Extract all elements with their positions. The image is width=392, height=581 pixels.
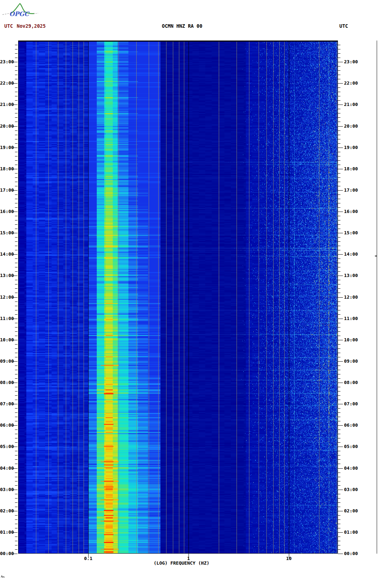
time-label: 17:00 xyxy=(344,188,358,192)
time-tick-right xyxy=(338,75,340,75)
time-tick-right xyxy=(338,280,340,280)
time-tick-left xyxy=(15,92,17,92)
time-tick-left xyxy=(15,494,17,494)
time-tick-left xyxy=(15,314,17,315)
time-tick-right xyxy=(338,545,340,545)
time-tick-right xyxy=(338,156,340,156)
time-label: 18:00 xyxy=(344,166,358,171)
time-label: 21:00 xyxy=(0,102,12,107)
time-label: 22:00 xyxy=(344,81,358,85)
time-label: 20:00 xyxy=(344,124,358,128)
time-tick-right xyxy=(338,485,340,486)
time-tick-left xyxy=(15,515,17,516)
time-tick-left xyxy=(15,528,17,528)
time-tick-right xyxy=(338,327,340,327)
right-rule-tick xyxy=(375,256,377,256)
time-tick-right xyxy=(338,524,340,524)
time-label: 09:00 xyxy=(0,359,12,363)
time-tick-right xyxy=(338,271,340,272)
time-tick-right xyxy=(338,528,340,528)
time-label: 05:00 xyxy=(344,444,358,449)
time-tick-right xyxy=(338,490,343,490)
header-station-title: OCMN HNZ RA 00 xyxy=(162,23,202,29)
time-tick-right xyxy=(338,70,340,71)
time-label: 03:00 xyxy=(344,487,358,492)
time-tick-left xyxy=(15,293,17,293)
corner-mark xyxy=(1,575,6,578)
time-tick-right xyxy=(338,152,340,152)
time-label: 03:00 xyxy=(0,487,12,492)
time-tick-left xyxy=(15,459,17,460)
time-tick-left xyxy=(15,537,17,537)
time-tick-right xyxy=(338,395,340,396)
time-tick-right xyxy=(338,383,343,383)
time-label: 15:00 xyxy=(0,230,12,235)
time-tick-left xyxy=(15,400,17,400)
time-tick-left xyxy=(15,224,17,225)
time-tick-left xyxy=(15,438,17,438)
time-tick-left xyxy=(15,263,17,263)
time-tick-right xyxy=(338,224,340,225)
time-tick-left xyxy=(15,451,17,451)
time-tick-left xyxy=(15,477,17,477)
header-date: Nov29,2025 xyxy=(17,23,46,29)
time-label: 06:00 xyxy=(344,423,358,427)
time-tick-left xyxy=(15,87,17,88)
time-tick-left xyxy=(15,395,17,396)
header-utc-right: UTC xyxy=(339,23,348,29)
time-tick-left xyxy=(15,366,17,366)
time-tick-right xyxy=(338,109,340,109)
time-tick-left xyxy=(15,502,17,503)
time-label: 19:00 xyxy=(344,145,358,150)
time-tick-right xyxy=(338,58,340,58)
time-label: 14:00 xyxy=(0,252,12,256)
time-label: 11:00 xyxy=(344,316,358,321)
time-tick-left xyxy=(15,464,17,464)
time-tick-right xyxy=(338,229,340,229)
time-tick-right xyxy=(338,507,340,507)
time-tick-left xyxy=(15,408,17,409)
time-tick-right xyxy=(338,447,343,447)
time-tick-left xyxy=(15,53,17,54)
time-tick-right xyxy=(338,417,340,417)
time-label: 14:00 xyxy=(344,252,358,256)
time-tick-left xyxy=(15,258,17,259)
time-tick-right xyxy=(338,438,340,438)
time-tick-left xyxy=(15,519,17,520)
time-tick-right xyxy=(338,455,340,455)
time-tick-right xyxy=(338,117,340,118)
time-tick-left xyxy=(15,310,17,310)
time-tick-right xyxy=(338,421,340,421)
time-tick-left xyxy=(15,220,17,220)
time-tick-right xyxy=(338,442,340,443)
time-tick-left xyxy=(15,507,17,507)
time-tick-right xyxy=(338,177,340,178)
time-tick-right xyxy=(338,169,343,169)
time-tick-right xyxy=(338,464,340,464)
time-tick-right xyxy=(338,400,340,400)
time-tick-right xyxy=(338,83,343,84)
time-tick-left xyxy=(15,109,17,109)
time-label: 11:00 xyxy=(0,316,12,321)
time-tick-right xyxy=(338,182,340,182)
time-label: 20:00 xyxy=(0,124,12,128)
time-tick-right xyxy=(338,302,340,302)
time-label: 12:00 xyxy=(344,295,358,299)
time-tick-left xyxy=(15,524,17,524)
time-tick-right xyxy=(338,353,340,353)
time-label: 01:00 xyxy=(344,530,358,534)
time-tick-right xyxy=(338,241,340,242)
time-tick-left xyxy=(15,391,17,391)
time-tick-left xyxy=(15,156,17,156)
time-tick-right xyxy=(338,481,340,481)
time-tick-right xyxy=(338,148,343,148)
time-tick-right xyxy=(338,130,340,131)
time-tick-left xyxy=(15,344,17,345)
time-tick-left xyxy=(15,152,17,152)
time-tick-right xyxy=(338,468,343,469)
time-label: 02:00 xyxy=(344,508,358,513)
time-tick-left xyxy=(15,288,17,289)
time-tick-left xyxy=(15,549,17,550)
time-label: 13:00 xyxy=(0,273,12,278)
time-tick-right xyxy=(338,49,340,49)
